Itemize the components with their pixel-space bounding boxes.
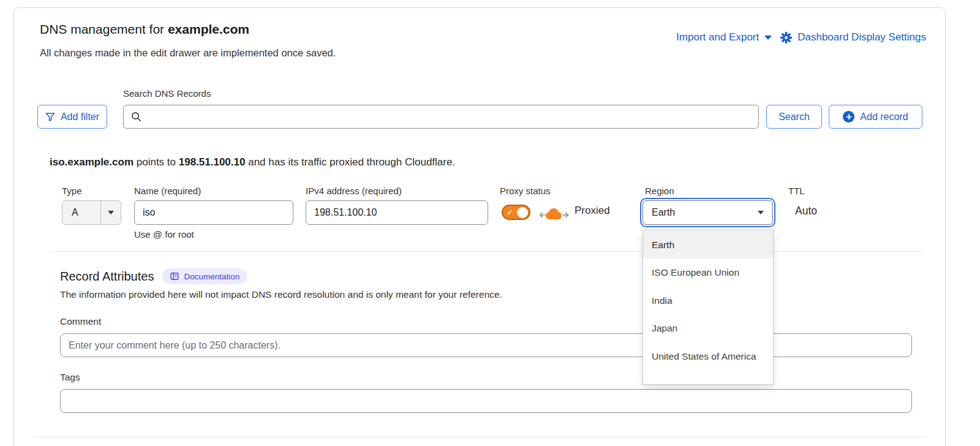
section-divider: [50, 251, 922, 252]
ipv4-input[interactable]: [306, 200, 488, 225]
plus-icon: +: [843, 111, 854, 123]
search-input-wrapper: [123, 105, 759, 129]
record-attributes-description: The information provided here will not i…: [60, 289, 502, 300]
comment-label: Comment: [60, 316, 101, 327]
proxied-cloud-icon: [540, 206, 569, 227]
record-summary: iso.example.com points to 198.51.100.10 …: [50, 156, 455, 168]
header-actions: Import and Export Dashboard Display Sett…: [676, 31, 926, 43]
search-dns-records-label: Search DNS Records: [123, 88, 211, 99]
search-icon: [131, 112, 141, 122]
summary-ip: 198.51.100.10: [179, 156, 246, 168]
region-option-united-states[interactable]: United States of America: [643, 342, 773, 370]
region-option-earth[interactable]: Earth: [643, 231, 773, 259]
chevron-down-icon: [108, 211, 114, 214]
page-title: DNS management for example.com: [40, 22, 249, 37]
page-title-domain: example.com: [168, 22, 249, 36]
region-option-india[interactable]: India: [643, 287, 773, 314]
type-select[interactable]: A: [62, 200, 121, 225]
documentation-badge[interactable]: Documentation: [162, 268, 247, 284]
bottom-divider: [34, 437, 927, 437]
comment-input[interactable]: [60, 333, 912, 357]
summary-text-1: points to: [134, 156, 179, 168]
type-label: Type: [62, 186, 82, 196]
filter-icon: [45, 112, 55, 122]
record-attributes-title: Record Attributes: [60, 270, 154, 284]
region-select[interactable]: Earth: [643, 200, 773, 225]
ttl-value: Auto: [795, 205, 817, 217]
gear-icon: [780, 32, 792, 43]
tags-input[interactable]: [60, 389, 912, 413]
page-subtitle: All changes made in the edit drawer are …: [40, 47, 336, 59]
proxy-status-value: Proxied: [575, 205, 610, 217]
toggle-knob: [517, 207, 528, 218]
tags-label: Tags: [60, 372, 80, 383]
add-filter-label: Add filter: [61, 112, 99, 123]
import-export-menu[interactable]: Import and Export: [676, 31, 772, 43]
name-input[interactable]: [134, 200, 293, 225]
search-button[interactable]: Search: [766, 105, 822, 129]
chevron-down-icon: [758, 211, 764, 214]
add-record-label: Add record: [860, 112, 908, 123]
import-export-label: Import and Export: [676, 31, 759, 43]
documentation-badge-label: Documentation: [184, 272, 239, 281]
book-icon: [170, 272, 179, 281]
search-button-label: Search: [778, 112, 810, 123]
page-title-prefix: DNS management for: [40, 22, 168, 36]
type-select-arrow[interactable]: [100, 201, 121, 224]
dns-management-panel: DNS management for example.com All chang…: [13, 7, 946, 446]
region-option-japan[interactable]: Japan: [643, 314, 773, 342]
region-option-iso-european-union[interactable]: ISO European Union: [643, 259, 773, 286]
name-label: Name (required): [134, 186, 201, 196]
ttl-label: TTL: [788, 186, 805, 196]
region-select-value: Earth: [652, 207, 675, 218]
type-select-value: A: [62, 207, 100, 218]
chevron-down-icon: [764, 36, 772, 40]
summary-host: iso.example.com: [50, 156, 134, 168]
proxy-status-label: Proxy status: [500, 186, 551, 196]
ipv4-label: IPv4 address (required): [306, 186, 402, 196]
settings-label: Dashboard Display Settings: [797, 31, 926, 43]
proxy-toggle[interactable]: ✓: [502, 205, 530, 220]
region-dropdown-menu: Earth ISO European Union India Japan Uni…: [643, 230, 774, 385]
record-attributes-header: Record Attributes Documentation: [60, 268, 247, 284]
add-filter-button[interactable]: Add filter: [37, 105, 107, 129]
summary-text-2: and has its traffic proxied through Clou…: [245, 156, 455, 168]
add-record-button[interactable]: + Add record: [829, 105, 922, 129]
region-label: Region: [645, 186, 674, 196]
search-input[interactable]: [141, 105, 758, 128]
dashboard-display-settings-link[interactable]: Dashboard Display Settings: [780, 31, 926, 43]
toggle-check-icon: ✓: [507, 208, 513, 217]
name-helper-text: Use @ for root: [134, 229, 194, 240]
